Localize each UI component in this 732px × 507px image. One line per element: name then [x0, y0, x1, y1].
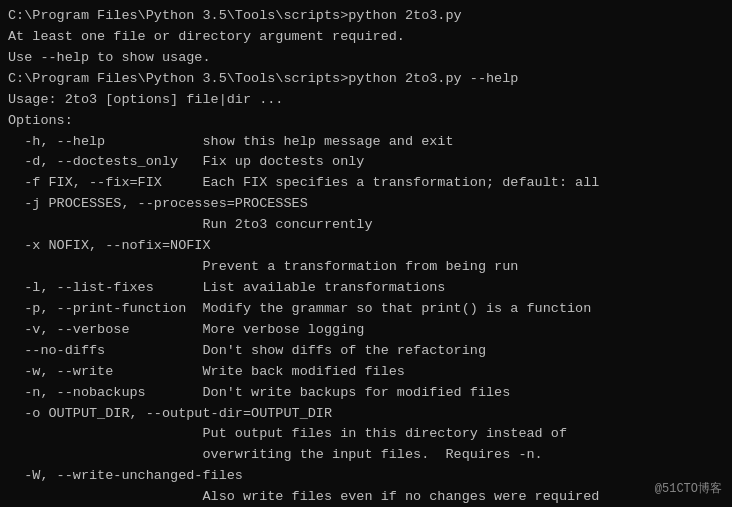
terminal-line: -f FIX, --fix=FIX Each FIX specifies a t… [8, 173, 724, 194]
terminal-line: Run 2to3 concurrently [8, 215, 724, 236]
terminal-line: Usage: 2to3 [options] file|dir ... [8, 90, 724, 111]
terminal-line: C:\Program Files\Python 3.5\Tools\script… [8, 6, 724, 27]
terminal-line: overwriting the input files. Requires -n… [8, 445, 724, 466]
terminal-line: -n, --nobackups Don't write backups for … [8, 383, 724, 404]
terminal-line: -l, --list-fixes List available transfor… [8, 278, 724, 299]
terminal-line: -o OUTPUT_DIR, --output-dir=OUTPUT_DIR [8, 404, 724, 425]
terminal-output: C:\Program Files\Python 3.5\Tools\script… [8, 6, 724, 507]
terminal-line: -W, --write-unchanged-files [8, 466, 724, 487]
terminal-line: -j PROCESSES, --processes=PROCESSES [8, 194, 724, 215]
terminal-line: Use --help to show usage. [8, 48, 724, 69]
terminal-line: -d, --doctests_only Fix up doctests only [8, 152, 724, 173]
terminal-line: -v, --verbose More verbose logging [8, 320, 724, 341]
terminal-window: C:\Program Files\Python 3.5\Tools\script… [0, 0, 732, 507]
terminal-line: Put output files in this directory inste… [8, 424, 724, 445]
watermark: @51CTO博客 [655, 480, 722, 499]
terminal-line: Also write files even if no changes were… [8, 487, 724, 507]
terminal-line: -p, --print-function Modify the grammar … [8, 299, 724, 320]
terminal-line: C:\Program Files\Python 3.5\Tools\script… [8, 69, 724, 90]
terminal-line: -x NOFIX, --nofix=NOFIX [8, 236, 724, 257]
terminal-line: Prevent a transformation from being run [8, 257, 724, 278]
terminal-line: Options: [8, 111, 724, 132]
terminal-line: -h, --help show this help message and ex… [8, 132, 724, 153]
terminal-line: -w, --write Write back modified files [8, 362, 724, 383]
terminal-line: At least one file or directory argument … [8, 27, 724, 48]
terminal-line: --no-diffs Don't show diffs of the refac… [8, 341, 724, 362]
